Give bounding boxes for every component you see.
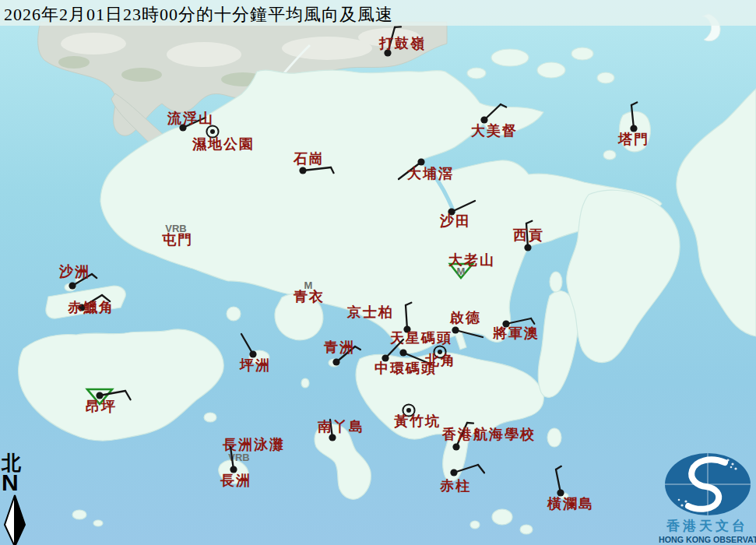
station-label: 塔門 <box>617 132 649 147</box>
hko-logo: 香港天文台 HONG KONG OBSERVATORY <box>659 452 756 544</box>
station-label: 濕地公園 <box>192 136 255 152</box>
station-label: 大老山 <box>448 252 495 268</box>
station-dot <box>452 443 459 450</box>
hko-logo-icon <box>663 452 753 516</box>
station-label: 京士柏 <box>346 304 394 320</box>
station-label: 黃竹坑 <box>394 413 441 429</box>
wind-barb <box>467 423 473 424</box>
station-label: 赤鱲角 <box>67 300 114 315</box>
station-label: 大美督 <box>470 122 518 139</box>
station-label: 流浮山 <box>167 111 214 126</box>
north-arrow-icon <box>2 494 28 545</box>
station-dot <box>417 158 424 165</box>
station-label: 長洲 <box>220 473 251 488</box>
compass-north: 北 N <box>2 453 33 545</box>
station-label: 沙田 <box>439 213 471 229</box>
station-dot <box>69 282 76 289</box>
station-label: 南丫島 <box>317 419 364 434</box>
hko-logo-english: HONG KONG OBSERVATORY <box>659 535 753 544</box>
hko-logo-chinese: 香港天文台 <box>659 517 756 535</box>
station-dot <box>450 469 457 476</box>
wind-barb <box>395 26 401 27</box>
station-label: 橫瀾島 <box>547 496 594 512</box>
calm-symbol-dot <box>210 129 215 134</box>
station-label: 將軍澳 <box>492 325 540 341</box>
station-label: 北角 <box>424 353 456 368</box>
station-dot <box>399 349 406 356</box>
station-label: 大埔滘 <box>406 166 454 181</box>
station-label: 昂坪 <box>86 399 117 414</box>
station-label: 打鼓嶺 <box>378 36 426 51</box>
station-label: 西貢 <box>512 227 544 243</box>
station-label: 赤柱 <box>439 478 471 494</box>
station-label: 青衣 <box>293 289 325 304</box>
map-title: 2026年2月01日23時00分的十分鐘平均風向及風速 <box>0 0 756 26</box>
station-label: 坪洲 <box>239 357 271 373</box>
wind-map-page: 打鼓嶺流浮山濕地公園石崗大埔滘大美督塔門沙田西貢M大老山VRB屯門沙洲赤鱲角M青… <box>0 0 756 545</box>
station-dot <box>329 434 336 441</box>
station-label: 啟德 <box>449 310 481 325</box>
station-label: 青洲 <box>323 339 355 355</box>
station-dot <box>524 244 531 251</box>
station-dot <box>299 167 306 174</box>
compass-letter: N <box>2 473 33 493</box>
station-label: 沙洲 <box>58 264 90 280</box>
station-label: 石崗 <box>293 151 325 167</box>
station-label: 屯門 <box>162 232 193 248</box>
station-dot <box>332 358 339 365</box>
station-dot <box>452 326 459 333</box>
station-label: 香港航海學校 <box>441 427 536 442</box>
hong-kong-wind-map: 打鼓嶺流浮山濕地公園石崗大埔滘大美督塔門沙田西貢M大老山VRB屯門沙洲赤鱲角M青… <box>0 0 756 545</box>
title-bar: 2026年2月01日23時00分的十分鐘平均風向及風速 <box>0 0 756 26</box>
calm-symbol-dot <box>406 408 411 413</box>
